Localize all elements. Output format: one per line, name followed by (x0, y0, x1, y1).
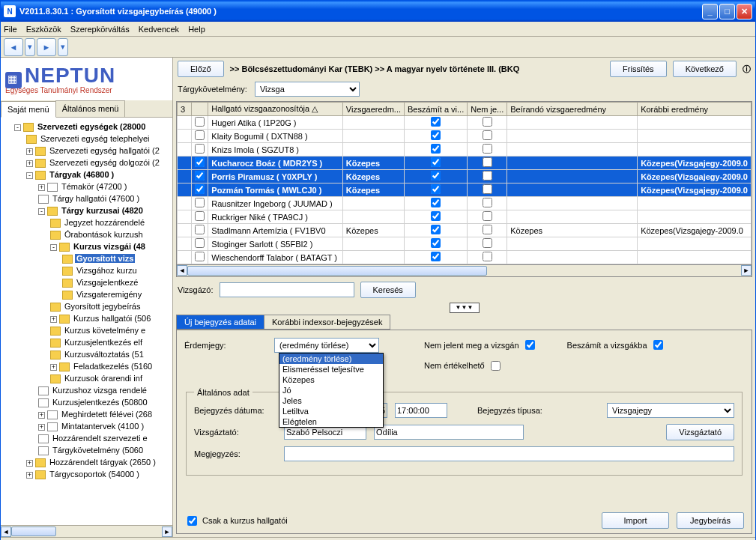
examiner-first-input[interactable] (374, 425, 524, 440)
tree-item[interactable]: Hozzárendelt szervezeti e (51, 434, 149, 443)
cell-noshow-checkbox[interactable] (483, 184, 492, 194)
row-checkbox[interactable] (195, 211, 205, 221)
row-checkbox[interactable] (195, 171, 205, 180)
cell-counts-checkbox[interactable] (431, 184, 441, 194)
tree-toggle[interactable]: - (14, 124, 21, 131)
grade-option[interactable]: Elismeréssel teljesítve (279, 364, 383, 374)
tree-toggle[interactable]: + (50, 316, 57, 323)
row-checkbox[interactable] (195, 184, 205, 194)
table-row[interactable]: Stoginger Sarlott ( S5FBI2 ) (178, 237, 752, 251)
tree-root[interactable]: Szervezeti egységek (28000 (36, 122, 147, 131)
cell-counts-checkbox[interactable] (431, 117, 441, 127)
menu-help[interactable]: Help (188, 25, 205, 34)
col-result[interactable]: Vizsgaeredm... (342, 103, 404, 116)
cell-counts-checkbox[interactable] (431, 252, 441, 261)
col-newresult[interactable]: Beírandó vizsgaeredmény (507, 103, 638, 116)
nav-back-button[interactable]: ◄ (4, 38, 23, 56)
type-select[interactable]: Vizsgajegy (607, 403, 734, 418)
tree-toggle[interactable]: + (26, 460, 33, 467)
cell-noshow-checkbox[interactable] (483, 198, 492, 207)
tree-item[interactable]: Hozzárendelt tárgyak (2650 ) (48, 458, 157, 467)
tree-toggle[interactable]: - (26, 172, 33, 179)
tree-item[interactable]: Jegyzet hozzárendelé (63, 218, 146, 227)
row-checkbox[interactable] (195, 225, 205, 234)
tree-toggle[interactable]: + (26, 148, 33, 155)
noteval-checkbox[interactable] (491, 361, 501, 371)
table-row[interactable]: Porris Piramusz ( Y0XPLY )KözepesKözepes… (178, 170, 752, 183)
tree-item[interactable]: Kurzushoz vizsga rendelé (51, 386, 148, 395)
scroll-right-icon[interactable]: ► (162, 527, 172, 537)
expand-down-icon[interactable]: ▼▼▼ (450, 303, 480, 313)
scroll-left-icon[interactable]: ◄ (1, 527, 11, 537)
cell-noshow-checkbox[interactable] (483, 130, 492, 140)
row-checkbox[interactable] (195, 157, 205, 167)
table-row[interactable]: Pozmán Tormás ( MWLCJ0 )KözepesKözepes(V… (178, 183, 752, 197)
cell-noshow-checkbox[interactable] (483, 171, 492, 180)
import-button[interactable]: Import (602, 512, 669, 529)
grade-dropdown-list[interactable]: (eredmény törlése)Elismeréssel teljesítv… (279, 353, 384, 428)
table-row[interactable]: Kucharocz Boáz ( MDR2YS )KözepesKözepes(… (178, 157, 752, 170)
cell-counts-checkbox[interactable] (431, 198, 441, 207)
tree-item[interactable]: Szervezeti egység telephelyei (39, 134, 151, 143)
nav-forward-button[interactable]: ► (37, 38, 56, 56)
table-row[interactable]: Wieschendorff Talabor ( BATAGT ) (178, 251, 752, 264)
tree-item[interactable]: Kurzus követelmény e (63, 326, 147, 335)
only-course-checkbox[interactable] (187, 516, 197, 526)
row-checkbox[interactable] (195, 144, 205, 154)
write-button[interactable]: Jegybeírás (677, 512, 744, 529)
cell-noshow-checkbox[interactable] (483, 144, 492, 154)
tree-toggle[interactable]: - (38, 208, 45, 215)
cell-counts-checkbox[interactable] (431, 144, 441, 154)
tab-new-entry[interactable]: Új bejegyzés adatai (176, 315, 264, 330)
cell-counts-checkbox[interactable] (431, 157, 441, 167)
tree-toggle[interactable]: + (26, 472, 33, 479)
tree-item[interactable]: Kurzus hallgatói (506 (72, 314, 152, 323)
time-input[interactable] (395, 403, 447, 418)
tree-item[interactable]: Szervezeti egység dolgozói (2 (48, 158, 161, 167)
tree-item[interactable]: Kurzusváltoztatás (51 (63, 350, 145, 359)
table-row[interactable]: Rausnitzer Ingeborg ( JUUMAD ) (178, 197, 752, 210)
minimize-button[interactable]: _ (702, 4, 718, 19)
tree-toggle[interactable]: + (38, 184, 45, 191)
menu-tools[interactable]: Eszközök (26, 25, 61, 34)
cell-counts-checkbox[interactable] (431, 211, 441, 221)
menu-file[interactable]: File (4, 25, 17, 34)
examiner-button[interactable]: Vizsgáztató (666, 424, 734, 440)
tree-item[interactable]: Vizsgajelentkezé (75, 278, 139, 287)
tree-item-selected[interactable]: Gyorsított vizs (75, 254, 135, 263)
row-checkbox[interactable] (195, 130, 205, 140)
close-button[interactable]: ✕ (737, 4, 752, 19)
tree-item[interactable]: Gyorsított jegybeírás (63, 302, 142, 311)
scroll-thumb[interactable] (11, 527, 56, 536)
tree-item[interactable]: Feladatkezelés (5160 (72, 362, 154, 371)
tab-general-menu[interactable]: Általános menü (55, 100, 126, 117)
cell-counts-checkbox[interactable] (431, 238, 441, 248)
col-oldresult[interactable]: Korábbi eredmény (638, 103, 752, 116)
tree-item[interactable]: Szervezeti egység hallgatói (2 (48, 146, 161, 155)
tree[interactable]: -Szervezeti egységek (28000 Szervezeti e… (1, 118, 172, 525)
next-button[interactable]: Következő (673, 61, 737, 77)
search-button[interactable]: Keresés (360, 282, 416, 298)
grade-option[interactable]: Jeles (279, 395, 383, 406)
tree-scrollbar[interactable]: ◄ ► (1, 525, 172, 537)
tree-item[interactable]: Tárgyak (46800 ) (48, 170, 115, 179)
grade-option[interactable]: Jó (279, 385, 383, 395)
table-row[interactable]: Ruckriger Niké ( TPA9CJ ) (178, 210, 752, 224)
tree-item[interactable]: Meghirdetett félévei (268 (60, 410, 154, 419)
tree-item[interactable]: Kurzusjelentkezés (50800 (51, 398, 149, 407)
row-checkbox[interactable] (195, 117, 205, 127)
tree-item[interactable]: Tárgycsoportok (54000 ) (48, 470, 141, 479)
col-counts[interactable]: Beszámít a vi... (405, 103, 468, 116)
tab-prev-entries[interactable]: Korábbi indexsor-bejegyzések (264, 315, 390, 330)
tree-item[interactable]: Mintatantervek (4100 ) (60, 422, 145, 431)
tree-item[interactable]: Kurzus vizsgái (48 (72, 242, 147, 251)
tree-item[interactable]: Kurzusok órarendi inf (63, 374, 144, 383)
tree-item[interactable]: Vizsgateremigény (75, 290, 143, 299)
table-row[interactable]: Stadlmann Artemízia ( FV1BV0KözepesKözep… (178, 224, 752, 237)
grade-option[interactable]: (eredmény törlése) (279, 354, 383, 364)
tree-item[interactable]: Témakör (47200 ) (60, 182, 128, 191)
scroll-right-icon[interactable]: ► (741, 265, 752, 276)
tree-item[interactable]: Kurzusjelentkezés elf (63, 338, 144, 347)
cell-noshow-checkbox[interactable] (483, 238, 492, 248)
tree-item[interactable]: Tárgykövetelmény (5060 (51, 446, 145, 455)
